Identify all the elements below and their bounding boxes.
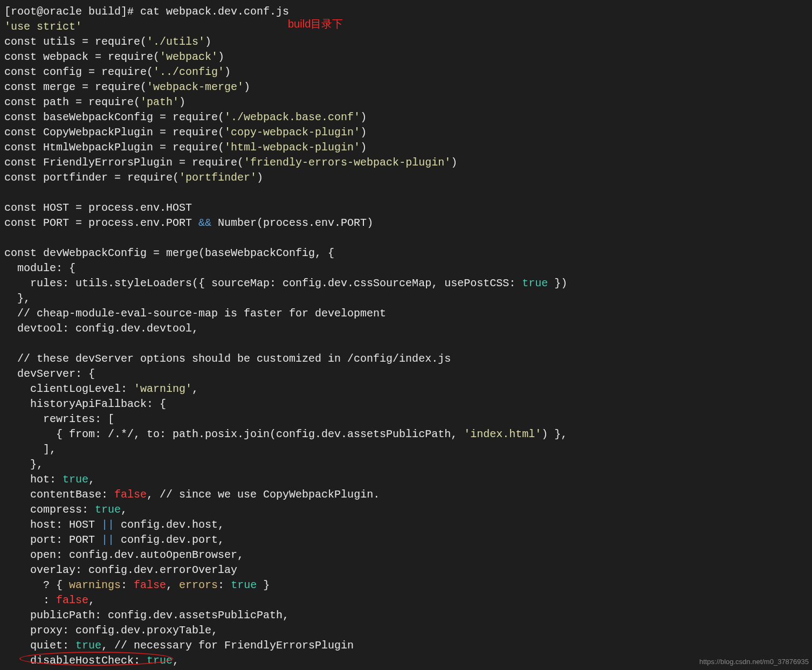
code-line: hot: true,: [4, 472, 808, 487]
code-line: contentBase: false, // since we use Copy…: [4, 487, 808, 502]
code-line: publicPath: config.dev.assetsPublicPath,: [4, 608, 808, 623]
code-line: compress: true,: [4, 502, 808, 517]
code-line: disableHostCheck: true,: [4, 653, 808, 668]
code-line: },: [4, 291, 808, 306]
code-line: devtool: config.dev.devtool,: [4, 321, 808, 336]
code-line: ? { warnings: false, errors: true }: [4, 578, 808, 593]
code-line: historyApiFallback: {: [4, 397, 808, 412]
code-line: const webpack = require('webpack'): [4, 50, 808, 65]
code-line: // these devServer options should be cus…: [4, 351, 808, 367]
code-line: const HOST = process.env.HOST: [4, 201, 808, 216]
code-line: },: [4, 457, 808, 472]
code-line: open: config.dev.autoOpenBrowser,: [4, 548, 808, 563]
code-line: 'use strict': [4, 19, 808, 34]
code-line: const HtmlWebpackPlugin = require('html-…: [4, 140, 808, 155]
code-line: ],: [4, 442, 808, 457]
code-line: { from: /.*/, to: path.posix.join(config…: [4, 427, 808, 442]
code-line: const PORT = process.env.PORT && Number(…: [4, 216, 808, 231]
code-line: quiet: true, // necessary for FriendlyEr…: [4, 638, 808, 653]
code-line: const path = require('path'): [4, 95, 808, 110]
code-line: clientLogLevel: 'warning',: [4, 382, 808, 397]
code-line: : false,: [4, 593, 808, 608]
code-line: overlay: config.dev.errorOverlay: [4, 563, 808, 578]
code-line: const devWebpackConfig = merge(baseWebpa…: [4, 246, 808, 261]
code-line: module: {: [4, 261, 808, 276]
code-line: const config = require('../config'): [4, 65, 808, 80]
code-line: // cheap-module-eval-source-map is faste…: [4, 306, 808, 321]
code-line: host: HOST || config.dev.host,: [4, 517, 808, 533]
code-line: devServer: {: [4, 367, 808, 382]
code-line: [4, 231, 808, 246]
code-line: const merge = require('webpack-merge'): [4, 80, 808, 95]
code-line: rewrites: [: [4, 412, 808, 427]
code-line: [4, 185, 808, 201]
code-line: [root@oracle build]# cat webpack.dev.con…: [4, 4, 808, 19]
code-line: const FriendlyErrorsPlugin = require('fr…: [4, 155, 808, 170]
watermark-text: https://blog.csdn.net/m0_37876935: [699, 657, 809, 667]
code-line: rules: utils.styleLoaders({ sourceMap: c…: [4, 276, 808, 291]
code-line: const CopyWebpackPlugin = require('copy-…: [4, 125, 808, 140]
code-line: const baseWebpackConfig = require('./web…: [4, 110, 808, 125]
code-block: [root@oracle build]# cat webpack.dev.con…: [4, 4, 808, 668]
annotation-label: build目录下: [288, 16, 343, 31]
code-line: [4, 336, 808, 351]
code-line: port: PORT || config.dev.port,: [4, 533, 808, 548]
code-line: const utils = require('./utils'): [4, 34, 808, 50]
code-line: proxy: config.dev.proxyTable,: [4, 623, 808, 638]
code-line: const portfinder = require('portfinder'): [4, 170, 808, 185]
